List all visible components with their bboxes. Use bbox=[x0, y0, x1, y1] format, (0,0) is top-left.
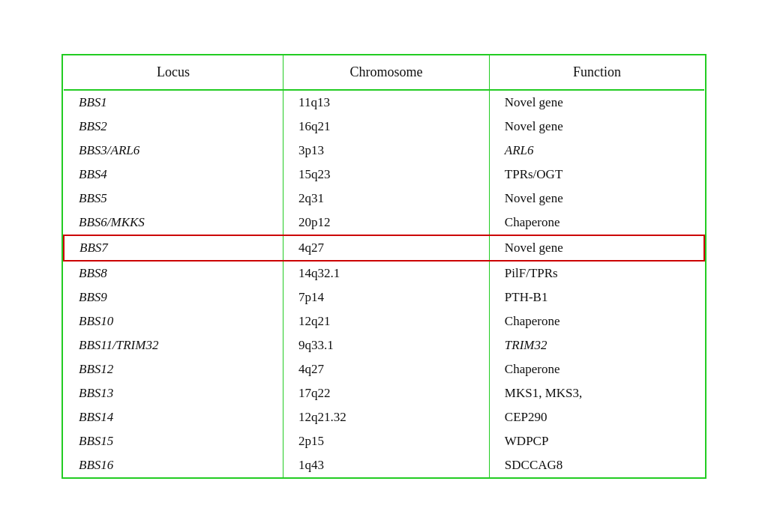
cell-chromosome: 4q27 bbox=[284, 235, 490, 261]
cell-locus: BBS11/TRIM32 bbox=[64, 333, 284, 357]
cell-chromosome: 20p12 bbox=[284, 211, 490, 235]
cell-chromosome: 12q21 bbox=[284, 309, 490, 333]
table-row: BBS814q32.1PilF/TPRs bbox=[64, 261, 704, 285]
table-row: BBS52q31Novel gene bbox=[64, 187, 704, 211]
cell-function: Chaperone bbox=[489, 309, 704, 333]
cell-locus: BBS4 bbox=[64, 163, 284, 187]
cell-locus: BBS15 bbox=[64, 429, 284, 453]
header-locus: Locus bbox=[64, 55, 284, 90]
table-row: BBS415q23TPRs/OGT bbox=[64, 163, 704, 187]
table-row: BBS152p15WDPCP bbox=[64, 429, 704, 453]
cell-chromosome: 9q33.1 bbox=[284, 333, 490, 357]
table-row: BBS216q21Novel gene bbox=[64, 115, 704, 139]
cell-locus: BBS3/ARL6 bbox=[64, 139, 284, 163]
cell-locus: BBS8 bbox=[64, 261, 284, 285]
cell-locus: BBS9 bbox=[64, 285, 284, 309]
cell-function: ARL6 bbox=[489, 139, 704, 163]
table-row: BBS1317q22MKS1, MKS3, bbox=[64, 381, 704, 405]
cell-chromosome: 12q21.32 bbox=[284, 405, 490, 429]
cell-function: PilF/TPRs bbox=[489, 261, 704, 285]
cell-locus: BBS1 bbox=[64, 90, 284, 115]
cell-locus: BBS6/MKKS bbox=[64, 211, 284, 235]
table-row: BBS111q13Novel gene bbox=[64, 90, 704, 115]
table-row: BBS124q27Chaperone bbox=[64, 357, 704, 381]
main-table-container: Locus Chromosome Function BBS111q13Novel… bbox=[62, 54, 706, 479]
cell-chromosome: 2q31 bbox=[284, 187, 490, 211]
table-row: BBS11/TRIM329q33.1TRIM32 bbox=[64, 333, 704, 357]
cell-locus: BBS2 bbox=[64, 115, 284, 139]
cell-chromosome: 1q43 bbox=[284, 453, 490, 477]
cell-chromosome: 17q22 bbox=[284, 381, 490, 405]
cell-function: TRIM32 bbox=[489, 333, 704, 357]
cell-function: Novel gene bbox=[489, 90, 704, 115]
cell-chromosome: 15q23 bbox=[284, 163, 490, 187]
cell-locus: BBS10 bbox=[64, 309, 284, 333]
cell-locus: BBS5 bbox=[64, 187, 284, 211]
cell-locus: BBS16 bbox=[64, 453, 284, 477]
cell-chromosome: 11q13 bbox=[284, 90, 490, 115]
cell-function: SDCCAG8 bbox=[489, 453, 704, 477]
cell-function: MKS1, MKS3, bbox=[489, 381, 704, 405]
cell-chromosome: 16q21 bbox=[284, 115, 490, 139]
table-row: BBS74q27Novel gene bbox=[64, 235, 704, 261]
table-row: BBS161q43SDCCAG8 bbox=[64, 453, 704, 477]
cell-locus: BBS7 bbox=[64, 235, 284, 261]
cell-locus: BBS12 bbox=[64, 357, 284, 381]
header-function: Function bbox=[489, 55, 704, 90]
bbs-table: Locus Chromosome Function BBS111q13Novel… bbox=[63, 55, 705, 477]
cell-function: Novel gene bbox=[489, 235, 704, 261]
cell-function: Chaperone bbox=[489, 357, 704, 381]
cell-locus: BBS13 bbox=[64, 381, 284, 405]
cell-locus: BBS14 bbox=[64, 405, 284, 429]
cell-function: Chaperone bbox=[489, 211, 704, 235]
cell-function: PTH-B1 bbox=[489, 285, 704, 309]
table-row: BBS3/ARL63p13ARL6 bbox=[64, 139, 704, 163]
header-chromosome: Chromosome bbox=[284, 55, 490, 90]
table-row: BBS1412q21.32CEP290 bbox=[64, 405, 704, 429]
cell-function: CEP290 bbox=[489, 405, 704, 429]
table-row: BBS97p14PTH-B1 bbox=[64, 285, 704, 309]
cell-function: TPRs/OGT bbox=[489, 163, 704, 187]
cell-chromosome: 7p14 bbox=[284, 285, 490, 309]
cell-function: Novel gene bbox=[489, 187, 704, 211]
cell-chromosome: 3p13 bbox=[284, 139, 490, 163]
cell-chromosome: 2p15 bbox=[284, 429, 490, 453]
table-row: BBS1012q21Chaperone bbox=[64, 309, 704, 333]
cell-chromosome: 14q32.1 bbox=[284, 261, 490, 285]
table-row: BBS6/MKKS20p12Chaperone bbox=[64, 211, 704, 235]
cell-function: WDPCP bbox=[489, 429, 704, 453]
cell-function: Novel gene bbox=[489, 115, 704, 139]
table-header-row: Locus Chromosome Function bbox=[64, 55, 704, 90]
cell-chromosome: 4q27 bbox=[284, 357, 490, 381]
